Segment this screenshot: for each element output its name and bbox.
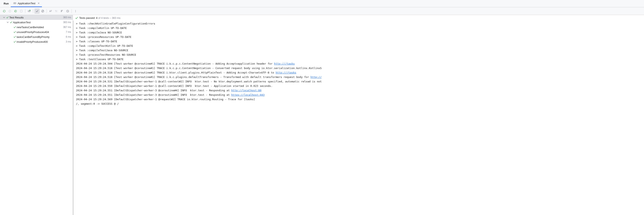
svg-point-11 <box>75 12 76 12</box>
tab-application-test[interactable]: ApplicationTest × <box>11 0 42 7</box>
tree-label: invalidPriorityProduces400 <box>16 40 66 43</box>
separator <box>33 9 33 13</box>
collapse-all-button[interactable] <box>59 8 64 14</box>
console-line: > Task :testClasses UP-TO-DATE <box>76 57 642 62</box>
run-tabbar: Run ApplicationTest × <box>0 0 644 7</box>
status-passed-icon <box>75 16 78 19</box>
console-link[interactable]: http:// <box>310 76 322 78</box>
main-area: Test Results 383 ms ApplicationTest 383 … <box>0 15 644 215</box>
more-button[interactable] <box>73 8 78 14</box>
status-passed-icon <box>13 26 16 28</box>
tab-label: ApplicationTest <box>18 2 35 5</box>
console-line: 2024-04-24 15:29:24.518 [Test worker @co… <box>76 75 642 79</box>
close-icon[interactable]: × <box>38 2 40 5</box>
separator <box>46 9 47 13</box>
tree-root[interactable]: Test Results 383 ms <box>0 15 73 20</box>
toggle-auto-test-button[interactable] <box>13 8 18 14</box>
tree-time: 3 ms <box>66 40 71 43</box>
show-passed-button[interactable] <box>26 8 32 14</box>
console-line: 2024-04-24 15:29:24.569 [DefaultDispatch… <box>76 97 642 102</box>
tree-suite[interactable]: ApplicationTest 383 ms <box>0 20 73 25</box>
expand-all-button[interactable] <box>54 8 59 14</box>
status-passed-icon <box>9 21 13 24</box>
tool-window-title: Run <box>3 2 10 5</box>
console-link[interactable]: http://localhost:80 <box>231 89 262 92</box>
sort-button[interactable] <box>48 8 53 14</box>
svg-point-4 <box>29 11 29 11</box>
console-line: > Task :processResources UP-TO-DATE <box>76 35 642 39</box>
console-pane: Tests passed: 4 of 4 tests – 383 ms > Ta… <box>73 15 644 215</box>
chevron-down-icon[interactable] <box>6 21 9 23</box>
separator <box>72 9 72 13</box>
summary-total: of 4 tests – 383 ms <box>98 16 120 20</box>
console-line: > Task :compileTestJava NO-SOURCE <box>76 48 642 53</box>
tree-label: Test Results <box>9 16 63 19</box>
console-link[interactable]: https://localhost:443 <box>231 93 264 96</box>
tree-label: tasksCanBeFoundByPriority <box>16 36 66 38</box>
show-ignored-toggle[interactable] <box>40 8 45 14</box>
tree-time: 367 ms <box>63 26 71 28</box>
tree-time: 383 ms <box>63 16 71 19</box>
console-line: 2024-04-24 15:29:24.504 [Test worker @co… <box>76 62 642 66</box>
status-passed-icon <box>13 40 16 43</box>
console-line: 2024-04-24 15:29:24.518 [Test worker @co… <box>76 70 642 75</box>
rerun-failed-button[interactable] <box>7 8 12 14</box>
console-line: 2024-04-24 15:29:24.550 [DefaultDispatch… <box>76 84 642 88</box>
separator <box>25 9 25 13</box>
console-line: > Task :classes UP-TO-DATE <box>76 39 642 44</box>
svg-line-7 <box>42 10 44 12</box>
console-line: > Task :compileJava NO-SOURCE <box>76 30 642 35</box>
summary-count: Tests passed: 4 <box>79 16 98 20</box>
console-line: 2024-04-24 15:29:24.551 [DefaultDispatch… <box>76 88 642 93</box>
console-line: /, segment:0 -> SUCCESS @ / <box>76 102 642 106</box>
svg-point-9 <box>75 10 76 10</box>
test-toolbar <box>0 7 644 15</box>
run-config-icon <box>13 2 16 5</box>
tree-time: 7 ms <box>66 30 71 34</box>
svg-point-5 <box>30 10 30 11</box>
tree-time: 383 ms <box>63 21 71 24</box>
console-line: > Task :checkKotlinGradlePluginConfigura… <box>76 22 642 26</box>
tree-test[interactable]: unusedPriorityProduces4047 ms <box>0 30 73 34</box>
console-link[interactable]: http:///tasks <box>274 62 295 65</box>
svg-rect-2 <box>20 10 22 12</box>
console-link[interactable]: http:///tasks <box>276 71 296 74</box>
console-line: 2024-04-24 15:29:24.518 [Test worker @co… <box>76 66 642 70</box>
svg-point-10 <box>75 11 76 11</box>
status-passed-icon <box>13 36 16 38</box>
status-passed-icon <box>13 31 16 33</box>
tree-label: ApplicationTest <box>13 21 63 24</box>
status-passed-icon <box>6 16 9 19</box>
test-tree[interactable]: Test Results 383 ms ApplicationTest 383 … <box>0 15 73 215</box>
rerun-button[interactable] <box>2 8 7 14</box>
tree-test[interactable]: tasksCanBeFoundByPriority6 ms <box>0 34 73 39</box>
tree-label: newTasksCanBeAdded <box>16 26 63 29</box>
console-line: > Task :processTestResources NO-SOURCE <box>76 53 642 57</box>
test-history-button[interactable] <box>65 8 70 14</box>
test-summary: Tests passed: 4 of 4 tests – 383 ms <box>73 15 644 21</box>
console-line: 2024-04-24 15:29:24.551 [DefaultDispatch… <box>76 93 642 97</box>
tree-label: unusedPriorityProduces404 <box>16 30 66 34</box>
console-line: > Task :compileKotlin UP-TO-DATE <box>76 26 642 30</box>
tree-time: 6 ms <box>66 36 71 38</box>
console-output[interactable]: > Task :checkKotlinGradlePluginConfigura… <box>73 21 644 215</box>
show-passed-toggle[interactable] <box>34 8 40 14</box>
console-line: 2024-04-24 15:29:24.531 [DefaultDispatch… <box>76 79 642 84</box>
tree-test[interactable]: newTasksCanBeAdded367 ms <box>0 25 73 30</box>
stop-button[interactable] <box>19 8 24 14</box>
console-line: > Task :compileTestKotlin UP-TO-DATE <box>76 44 642 48</box>
chevron-down-icon[interactable] <box>2 16 6 18</box>
tree-test[interactable]: invalidPriorityProduces4003 ms <box>0 39 73 44</box>
